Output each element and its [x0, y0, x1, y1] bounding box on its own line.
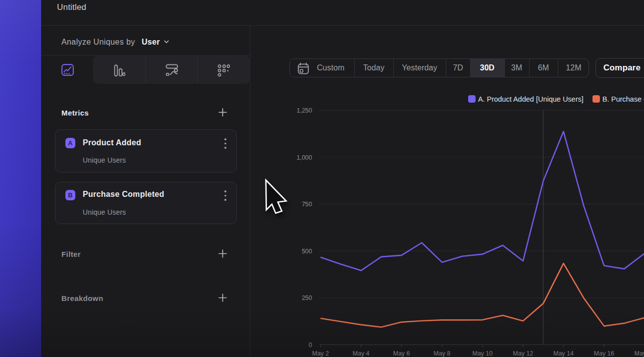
svg-text:May 4: May 4: [353, 350, 370, 357]
svg-text:May 12: May 12: [513, 350, 533, 357]
svg-text:May 14: May 14: [553, 350, 574, 357]
svg-text:May 6: May 6: [393, 350, 410, 357]
svg-text:May 8: May 8: [433, 350, 450, 357]
svg-text:0: 0: [309, 342, 312, 349]
svg-text:750: 750: [302, 201, 312, 208]
svg-text:May 18: May 18: [635, 350, 644, 357]
svg-text:May 10: May 10: [473, 350, 493, 357]
svg-text:May 2: May 2: [312, 350, 329, 357]
svg-text:May 16: May 16: [594, 350, 614, 357]
svg-text:1,000: 1,000: [297, 154, 312, 161]
svg-text:250: 250: [302, 295, 312, 301]
svg-text:500: 500: [302, 248, 312, 255]
svg-text:1,250: 1,250: [297, 107, 312, 114]
